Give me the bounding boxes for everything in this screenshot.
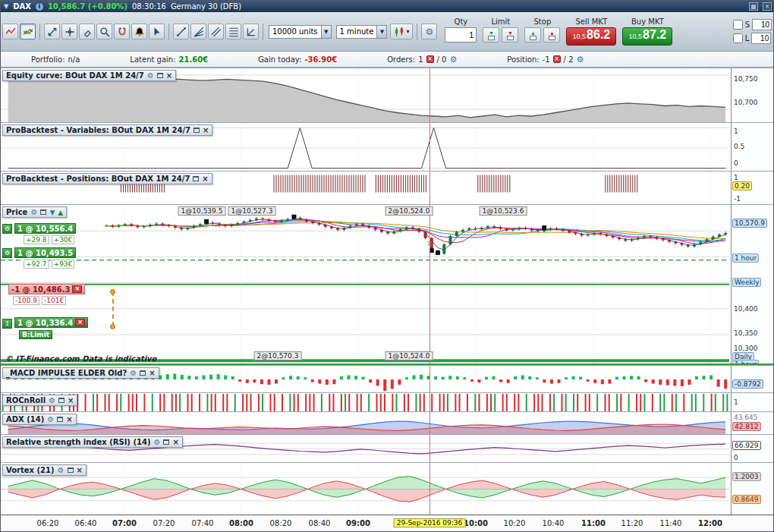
wrench-icon[interactable]: ⚙: [49, 397, 55, 405]
macd-panel-header[interactable]: _MACD IMPULSE ELDER Old? ⚙ ×: [2, 367, 159, 379]
stop-distance-input[interactable]: [752, 19, 772, 30]
timeframe-tab[interactable]: 1 hour: [732, 253, 759, 263]
limit-distance-input[interactable]: [751, 33, 771, 44]
chart-tab-2-button[interactable]: [20, 24, 36, 39]
buy-stop-button[interactable]: ▲: [524, 27, 541, 42]
order-tag[interactable]: 1@10,527.3: [228, 206, 276, 216]
window-icon[interactable]: [157, 73, 163, 78]
limit-checkbox[interactable]: [733, 33, 743, 43]
window-icon[interactable]: [40, 209, 46, 215]
angle-tool-button[interactable]: [243, 24, 259, 39]
position-gear-icon[interactable]: ⚙: [2, 248, 12, 258]
wrench-icon[interactable]: ⚙: [47, 416, 54, 423]
position-badge-long-2[interactable]: 1 @ 10,493.5: [14, 247, 76, 258]
vortex-panel-header[interactable]: Vortex (21) ⚙ ×: [2, 464, 87, 476]
sell-market-button[interactable]: 10,586.2: [566, 27, 616, 46]
sell-limit-button[interactable]: ▼: [502, 27, 518, 42]
drag-handle[interactable]: [110, 289, 115, 294]
eraser-button[interactable]: [79, 24, 95, 39]
variables-panel-header[interactable]: ProBacktest - Variables: BOut DAX 1M 24/…: [2, 124, 212, 136]
window-icon[interactable]: [57, 417, 63, 422]
trendline-tool-button[interactable]: [173, 24, 189, 39]
close-icon[interactable]: ×: [166, 72, 172, 79]
wrench-icon[interactable]: ⚙: [30, 209, 37, 216]
price-panel-header[interactable]: Price ⚙ ▼ ▲: [2, 206, 67, 218]
zoom-button[interactable]: [96, 24, 112, 39]
buy-arrow-icon[interactable]: ▲: [58, 209, 63, 216]
chart-style-button[interactable]: ▼: [390, 24, 413, 39]
buy-market-button[interactable]: 10,587.2: [622, 27, 672, 46]
price-chart[interactable]: ××: [1, 205, 729, 365]
timeframe-tab[interactable]: 1 hour: [732, 360, 759, 365]
window-icon[interactable]: [58, 398, 64, 403]
order-drag-line[interactable]: [112, 291, 114, 326]
cancel-orders-icon[interactable]: ×: [426, 55, 434, 63]
buy-limit-button[interactable]: ▼: [483, 27, 499, 42]
info-icon[interactable]: i: [36, 3, 43, 11]
pan-button[interactable]: [44, 24, 60, 39]
close-icon[interactable]: ×: [172, 439, 178, 445]
chart-tab-1-button[interactable]: [2, 24, 18, 39]
position-badge-long-1[interactable]: 1 @ 10,556.4: [14, 223, 76, 234]
window-icon[interactable]: [193, 176, 199, 181]
order-tag[interactable]: 2@10,524.0: [385, 206, 433, 216]
magnet-button[interactable]: [114, 24, 130, 39]
stop-checkbox[interactable]: [733, 20, 743, 30]
units-select[interactable]: 10000 units ▼: [269, 25, 332, 39]
order-tag[interactable]: 1@10,539.5: [178, 206, 226, 216]
close-icon[interactable]: ×: [202, 175, 208, 182]
close-icon[interactable]: ×: [77, 467, 83, 474]
rocnroll-panel-header[interactable]: ROCnRoll ⚙ ×: [2, 395, 77, 406]
cancel-order-icon[interactable]: ×: [75, 319, 85, 326]
position-gear-icon[interactable]: ⚙: [2, 224, 12, 234]
wrench-icon[interactable]: ⚙: [130, 370, 137, 377]
rsi-panel-header[interactable]: Relative strength index (RSI) (14) ⚙ ×: [2, 436, 183, 448]
sell-stop-button[interactable]: ▲: [543, 27, 560, 42]
window-icon[interactable]: [68, 467, 74, 473]
qty-input[interactable]: [445, 27, 477, 42]
crosshair-button[interactable]: [61, 24, 77, 39]
equity-panel-header[interactable]: Equity curve: BOut DAX 1M 24/7 ⚙ ×: [2, 70, 176, 81]
close-position-icon[interactable]: ×: [72, 285, 82, 293]
layout-icon[interactable]: ▦: [749, 2, 758, 11]
symbol-dropdown-icon[interactable]: ▼: [4, 3, 8, 10]
close-icon[interactable]: ×: [66, 416, 72, 423]
positions-panel-header[interactable]: ProBacktest - Positions: BOut DAX 1M 24/…: [2, 173, 212, 184]
alarm-button[interactable]: [131, 24, 147, 39]
drag-handle[interactable]: [110, 324, 115, 329]
adx-chart[interactable]: [1, 412, 729, 434]
sell-arrow-icon[interactable]: ▼: [49, 209, 55, 216]
adx-panel-header[interactable]: ADX (14) ⚙ ×: [2, 414, 77, 425]
order-settings-button[interactable]: ⚙: [421, 24, 437, 39]
fan-lines-tool-button[interactable]: [190, 24, 206, 39]
rocnroll-chart[interactable]: [1, 393, 729, 411]
order-arrow-icon[interactable]: ↥: [2, 319, 12, 329]
order-tag[interactable]: 1@10,524.0: [385, 351, 433, 360]
vortex-chart[interactable]: [1, 463, 729, 515]
timeframe-tab[interactable]: Weekly: [732, 278, 761, 287]
bell-icon: [134, 27, 145, 37]
fibonacci-tool-button[interactable]: [225, 24, 241, 39]
timeframe-select[interactable]: 1 minute ▼: [336, 25, 388, 39]
wrench-icon[interactable]: ⚙: [147, 72, 154, 80]
position-settings-icon[interactable]: ⚙: [577, 55, 584, 65]
axis-tick: 0: [734, 159, 738, 167]
window-icon[interactable]: [163, 439, 169, 445]
limit-order-badge[interactable]: 1 @ 10,336.4 ×: [14, 317, 88, 328]
close-icon[interactable]: ×: [203, 127, 209, 134]
order-tag[interactable]: 2@10,570.3: [254, 351, 302, 360]
channel-tool-button[interactable]: [208, 24, 224, 39]
wrench-icon[interactable]: ⚙: [58, 467, 64, 474]
close-icon[interactable]: ×: [68, 397, 74, 404]
order-tag[interactable]: 1@10,523.6: [480, 206, 527, 216]
wrench-icon[interactable]: ⚙: [153, 439, 160, 446]
orders-settings-icon[interactable]: ⚙: [449, 55, 457, 65]
window-icon[interactable]: [140, 370, 146, 376]
close-window-icon[interactable]: ×: [763, 2, 772, 11]
window-icon[interactable]: [194, 127, 200, 133]
time-axis[interactable]: 06:2006:4007:0007:2007:4008:0008:2008:40…: [1, 515, 774, 532]
pointer-button[interactable]: [149, 24, 165, 39]
close-position-icon[interactable]: ×: [553, 55, 561, 63]
close-icon[interactable]: ×: [149, 370, 155, 376]
position-badge-short[interactable]: -1 @ 10,486.3 ×: [8, 284, 85, 294]
